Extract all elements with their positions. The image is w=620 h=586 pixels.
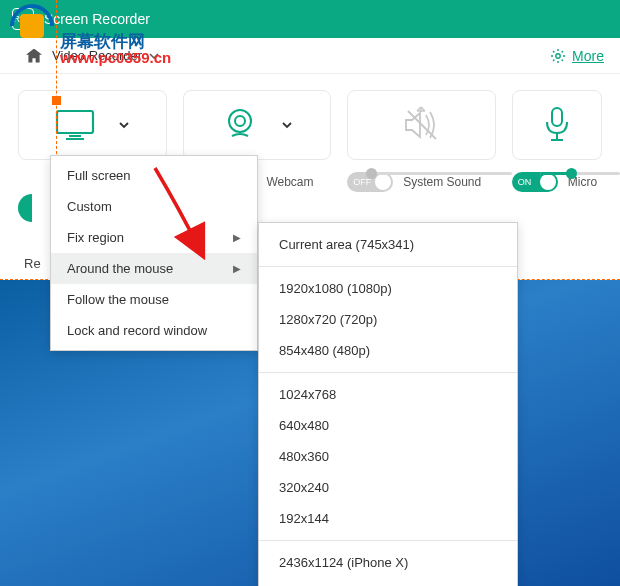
menu-separator [259, 540, 517, 541]
chevron-down-icon [281, 119, 293, 131]
speaker-muted-icon [400, 105, 442, 145]
microphone-slider[interactable] [540, 172, 620, 175]
watermark-logo [10, 4, 58, 52]
microphone-icon [542, 105, 572, 145]
svg-rect-1 [57, 111, 93, 133]
annotation-arrow [140, 160, 220, 270]
display-card[interactable] [18, 90, 167, 160]
menu-separator [259, 266, 517, 267]
ctx-item-follow-the-mouse[interactable]: Follow the mouse [51, 284, 257, 315]
size-option[interactable]: 640x480 [259, 410, 517, 441]
chevron-right-icon: ▶ [233, 232, 241, 243]
watermark-text: 屏幕软件网 www.pc0359.cn [60, 30, 171, 66]
mode-cards [0, 74, 620, 168]
webcam-icon [221, 106, 259, 144]
monitor-icon [54, 108, 96, 142]
size-option[interactable]: 192x144 [259, 503, 517, 534]
recording-history-label: Re [24, 256, 41, 271]
system-sound-slider[interactable] [366, 172, 512, 175]
svg-point-5 [235, 116, 245, 126]
selection-drag-handle[interactable] [52, 96, 61, 105]
svg-rect-6 [552, 108, 562, 126]
webcam-card[interactable] [183, 90, 332, 160]
size-option[interactable]: 1280x720 (720p) [259, 304, 517, 335]
svg-rect-2 [69, 135, 81, 137]
gear-icon [550, 48, 566, 64]
ctx-item-lock-and-record-window[interactable]: Lock and record window [51, 315, 257, 346]
webcam-label: Webcam [266, 175, 313, 189]
chevron-down-icon [118, 119, 130, 131]
size-option[interactable]: 854x480 (480p) [259, 335, 517, 366]
svg-point-0 [556, 53, 560, 57]
size-option[interactable]: 1024x768 [259, 379, 517, 410]
microphone-card[interactable] [512, 90, 602, 160]
size-option[interactable]: 2436x1124 (iPhone X) [259, 547, 517, 578]
size-option[interactable]: 1920x1080 (1080p) [259, 273, 517, 304]
menu-separator [259, 372, 517, 373]
system-sound-card[interactable] [347, 90, 496, 160]
size-option[interactable]: 1920x1080 (iPhone 6/6s/7/8 Plus) [259, 578, 517, 586]
svg-point-4 [229, 110, 251, 132]
svg-rect-3 [66, 138, 84, 140]
size-option[interactable]: Current area (745x341) [259, 229, 517, 260]
size-option[interactable]: 480x360 [259, 441, 517, 472]
app-title: Screen Recorder [44, 11, 150, 27]
size-option[interactable]: 320x240 [259, 472, 517, 503]
micro-sub: ON Micro [512, 172, 602, 192]
chevron-right-icon: ▶ [233, 263, 241, 274]
system-sound-label: System Sound [403, 175, 481, 189]
more-link[interactable]: More [550, 48, 604, 64]
region-size-submenu: Current area (745x341)1920x1080 (1080p)1… [258, 222, 518, 586]
microphone-toggle[interactable]: ON [512, 172, 558, 192]
